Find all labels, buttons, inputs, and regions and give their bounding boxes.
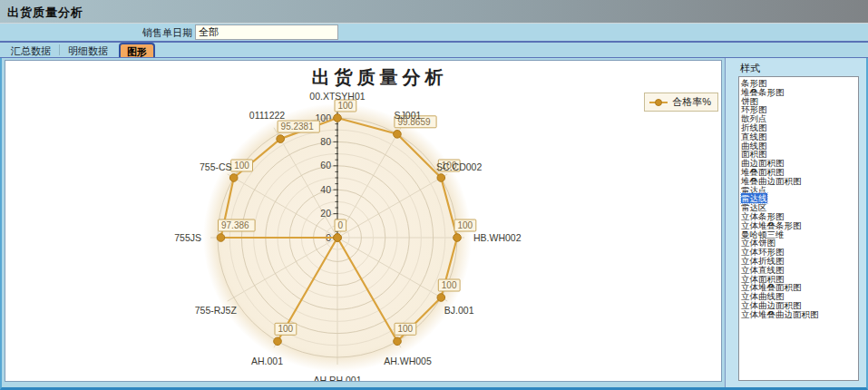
style-panel: 样式 条形图堆叠条形图饼图环形图散列点折线图直线图曲线图面积图曲边面积图堆叠面积…: [725, 58, 866, 387]
radar-category-label: AH.RH.001: [313, 375, 361, 381]
style-option[interactable]: 立体堆叠曲边面积图: [741, 310, 858, 319]
radar-marker: [277, 135, 285, 143]
radar-axis-tick-label: 80: [320, 136, 331, 147]
legend-line-marker-icon: [649, 102, 668, 103]
legend-series-label: 合格率%: [672, 95, 711, 109]
radar-value-label: 100: [278, 324, 294, 334]
tab-graphic[interactable]: 图形: [119, 43, 155, 57]
radar-marker: [274, 337, 282, 346]
radar-marker: [334, 114, 342, 122]
radar-category-label: 755JS: [174, 232, 201, 243]
style-option[interactable]: 堆叠条形图: [741, 88, 858, 97]
tab-detail-data[interactable]: 明细数据: [61, 43, 115, 57]
radar-marker: [454, 234, 462, 242]
sales-date-input[interactable]: [195, 24, 338, 40]
radar-value-label: 100: [338, 101, 354, 111]
radar-category-label: BJ.001: [444, 305, 474, 316]
chart-panel: 02040608010010099.8659100100100100010097…: [5, 60, 722, 382]
radar-marker: [394, 337, 402, 346]
radar-value-label: 100: [458, 220, 473, 230]
radar-category-label: 755-CS: [200, 161, 232, 172]
tab-summary-data[interactable]: 汇总数据: [4, 43, 58, 57]
radar-marker: [229, 174, 238, 182]
style-panel-title: 样式: [740, 62, 866, 75]
window-title: 出货质量分析: [0, 0, 868, 24]
radar-value-label: 0: [338, 220, 344, 230]
radar-chart: 02040608010010099.8659100100100100010097…: [5, 61, 721, 381]
radar-value-label: 100: [442, 280, 457, 290]
radar-value-label: 95.2381: [281, 122, 315, 132]
chart-title: 出货质量分析: [22, 65, 737, 90]
legend-dot-icon: [655, 99, 662, 106]
radar-marker: [334, 234, 342, 242]
radar-axis-tick-label: 40: [320, 184, 331, 195]
tab-strip: 汇总数据明细数据图形: [0, 43, 868, 58]
radar-axis-tick-label: 20: [320, 208, 331, 219]
radar-category-label: 0111222: [249, 110, 285, 121]
filter-bar: 销售单日期: [0, 24, 868, 43]
radar-marker: [437, 174, 445, 182]
chart-legend: 合格率%: [644, 93, 718, 112]
tab-separator: [59, 44, 60, 55]
radar-marker: [217, 234, 225, 242]
radar-marker: [437, 294, 445, 302]
content-area: 02040608010010099.8659100100100100010097…: [0, 58, 868, 390]
radar-category-label: SC.CD002: [436, 161, 482, 172]
radar-value-label: 100: [234, 161, 249, 171]
radar-category-label: 00.XTSYH01: [309, 91, 365, 102]
radar-marker: [394, 131, 402, 139]
radar-axis-tick-label: 60: [320, 160, 331, 171]
sales-date-label: 销售单日期: [142, 26, 192, 40]
radar-category-label: AH.WH005: [384, 356, 432, 366]
radar-value-label: 100: [398, 324, 414, 334]
radar-category-label: 755-RJ5Z: [195, 305, 238, 316]
radar-category-label: AH.001: [251, 356, 283, 366]
radar-value-label: 97.386: [221, 220, 249, 230]
chart-style-listbox[interactable]: 条形图堆叠条形图饼图环形图散列点折线图直线图曲线图面积图曲边面积图堆叠面积图堆叠…: [738, 76, 859, 381]
radar-category-label: SJ001: [395, 110, 422, 121]
radar-category-label: HB.WH002: [473, 232, 522, 243]
